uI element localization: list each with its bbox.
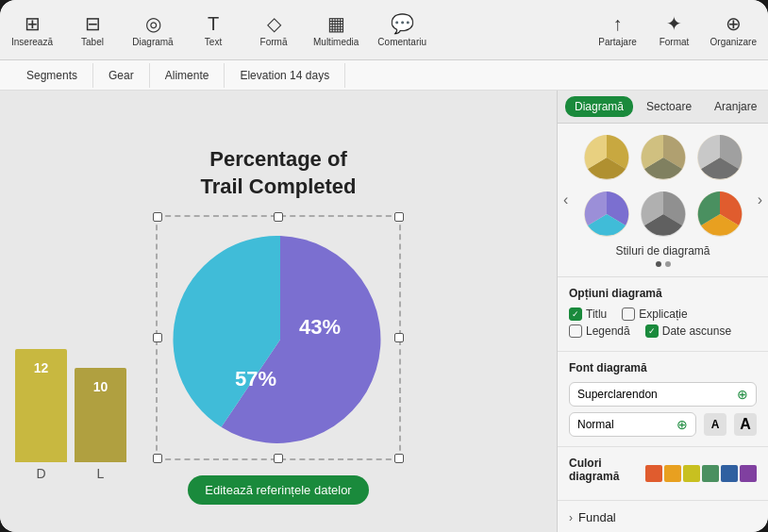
font-section: Font diagramă Superclarendon ⊕ Normal ⊕ … bbox=[558, 352, 768, 447]
color-swatches bbox=[645, 465, 757, 482]
carousel-dot-1[interactable] bbox=[656, 261, 661, 267]
fundal-chevron-icon: › bbox=[569, 511, 573, 524]
edit-references-button[interactable]: Editează referințele datelor bbox=[188, 475, 368, 505]
font-family-select[interactable]: Superclarendon ⊕ bbox=[569, 382, 757, 407]
color-swatch-3[interactable] bbox=[683, 465, 700, 482]
resize-handle-ml[interactable] bbox=[153, 333, 162, 342]
main-content: 12 10 D L Percentage of bbox=[0, 91, 768, 532]
toolbar-diagrama[interactable]: ◎ Diagramă bbox=[132, 12, 174, 47]
panel-tab-diagrama[interactable]: Diagramă bbox=[565, 96, 633, 117]
resize-handle-tl[interactable] bbox=[153, 212, 162, 222]
chart-styles-label: Stiluri de diagramă bbox=[567, 244, 759, 258]
pie-chart-container: Percentage of Trail Completed bbox=[156, 146, 401, 505]
font-family-row: Superclarendon ⊕ bbox=[569, 382, 757, 407]
pie-chart-wrapper[interactable]: 57% 43% bbox=[156, 215, 401, 460]
color-swatch-6[interactable] bbox=[740, 465, 757, 482]
comentariu-label: Comentariu bbox=[377, 37, 426, 47]
toolbar-right: ↑ Partajare ✦ Format ⊕ Organizare bbox=[597, 12, 757, 47]
options-row-2: Legendă Date ascunse bbox=[569, 324, 757, 338]
carousel-next-button[interactable]: › bbox=[754, 188, 766, 212]
resize-handle-tm[interactable] bbox=[274, 212, 283, 222]
font-size-small-button[interactable]: A bbox=[704, 413, 726, 436]
canvas-area: 12 10 D L Percentage of bbox=[0, 91, 557, 532]
option-titlu: Titlu bbox=[569, 308, 607, 321]
diagrama-label: Diagramă bbox=[132, 37, 173, 47]
chart-style-6[interactable] bbox=[695, 190, 744, 239]
tab-elevation[interactable]: Elevation 14 days bbox=[225, 63, 345, 88]
carousel-prev-button[interactable]: ‹ bbox=[559, 188, 572, 212]
chart-style-3[interactable] bbox=[695, 133, 744, 182]
chart-style-4[interactable] bbox=[582, 190, 631, 239]
tab-bar: Segments Gear Alimente Elevation 14 days bbox=[0, 60, 768, 91]
tab-segments[interactable]: Segments bbox=[11, 63, 93, 88]
carousel-dots bbox=[567, 261, 759, 267]
resize-handle-br[interactable] bbox=[394, 454, 404, 463]
chart-options-section: Opțiuni diagramă Titlu Explicație Legend… bbox=[558, 277, 768, 352]
bar-d-value: 12 bbox=[30, 357, 53, 379]
inserare-label: Inserează bbox=[11, 37, 53, 47]
colors-section: Culori diagramă bbox=[558, 447, 768, 501]
toolbar-tabel[interactable]: ⊟ Tabel bbox=[72, 12, 113, 47]
fundal-section[interactable]: › Fundal bbox=[558, 501, 768, 532]
toolbar-multimedia[interactable]: ▦ Multimedia bbox=[313, 12, 359, 47]
pie-label-43: 43% bbox=[299, 315, 341, 339]
toolbar-text[interactable]: T Text bbox=[192, 13, 234, 47]
chart-style-2[interactable] bbox=[639, 133, 688, 182]
text-label: Text bbox=[205, 37, 222, 47]
resize-handle-bm[interactable] bbox=[274, 454, 283, 463]
format-label: Format bbox=[659, 37, 690, 47]
resize-handle-mr[interactable] bbox=[394, 333, 404, 342]
chart-styles-section: ‹ bbox=[558, 124, 768, 277]
toolbar-comentariu[interactable]: 💬 Comentariu bbox=[377, 12, 426, 47]
bar-l-label: L bbox=[75, 466, 126, 481]
chart-styles-grid bbox=[567, 133, 759, 239]
comentariu-icon: 💬 bbox=[391, 12, 414, 35]
resize-handle-tr[interactable] bbox=[394, 212, 404, 222]
checkbox-explicatie[interactable] bbox=[622, 308, 635, 321]
font-family-dropdown-arrow: ⊕ bbox=[737, 387, 748, 402]
color-swatch-2[interactable] bbox=[664, 465, 681, 482]
toolbar-inserare[interactable]: ⊞ Inserează bbox=[11, 12, 53, 47]
bar-l-value: 10 bbox=[90, 375, 112, 398]
toolbar-organizare[interactable]: ⊕ Organizare bbox=[710, 12, 757, 47]
tab-gear[interactable]: Gear bbox=[93, 63, 150, 88]
multimedia-label: Multimedia bbox=[313, 37, 359, 47]
panel-tabs: Diagramă Sectoare Aranjare bbox=[558, 91, 768, 124]
diagrama-icon: ◎ bbox=[145, 12, 161, 35]
font-size-large-button[interactable]: A bbox=[734, 413, 757, 436]
organizare-icon: ⊕ bbox=[726, 12, 742, 35]
color-swatch-1[interactable] bbox=[645, 465, 662, 482]
pie-svg: 57% 43% bbox=[161, 221, 399, 458]
bar-d: 12 bbox=[15, 349, 67, 462]
tab-alimente[interactable]: Alimente bbox=[150, 63, 225, 88]
bar-l: 10 bbox=[75, 368, 126, 462]
chart-style-5[interactable] bbox=[639, 190, 688, 239]
font-style-value: Normal bbox=[577, 418, 614, 431]
font-title: Font diagramă bbox=[569, 361, 757, 374]
text-icon: T bbox=[208, 13, 219, 35]
chart-style-1[interactable] bbox=[582, 133, 631, 182]
panel-tab-aranjare[interactable]: Aranjare bbox=[705, 96, 766, 117]
tabel-icon: ⊟ bbox=[85, 12, 101, 35]
toolbar-forma[interactable]: ◇ Formă bbox=[253, 12, 294, 47]
bar-chart-partial: 12 10 D L bbox=[0, 349, 142, 485]
forma-label: Formă bbox=[260, 37, 288, 47]
forma-icon: ◇ bbox=[267, 12, 281, 35]
color-swatch-4[interactable] bbox=[702, 465, 719, 482]
toolbar-format[interactable]: ✦ Format bbox=[654, 12, 695, 47]
option-date-ascunse-label: Date ascunse bbox=[662, 324, 731, 338]
partajare-icon: ↑ bbox=[613, 13, 623, 35]
checkbox-legenda[interactable] bbox=[569, 324, 582, 338]
resize-handle-bl[interactable] bbox=[153, 454, 162, 463]
right-panel: Diagramă Sectoare Aranjare ‹ bbox=[557, 91, 768, 532]
carousel-dot-2[interactable] bbox=[665, 261, 671, 267]
toolbar-partajare[interactable]: ↑ Partajare bbox=[597, 13, 639, 47]
panel-tab-sectoare[interactable]: Sectoare bbox=[637, 96, 701, 117]
fundal-title: Fundal bbox=[578, 510, 616, 524]
option-legenda-label: Legendă bbox=[586, 324, 630, 338]
color-swatch-5[interactable] bbox=[721, 465, 738, 482]
option-explicatie: Explicație bbox=[622, 308, 687, 321]
checkbox-titlu[interactable] bbox=[569, 308, 582, 321]
font-style-select[interactable]: Normal ⊕ bbox=[569, 412, 696, 437]
checkbox-date-ascunse[interactable] bbox=[645, 324, 659, 338]
